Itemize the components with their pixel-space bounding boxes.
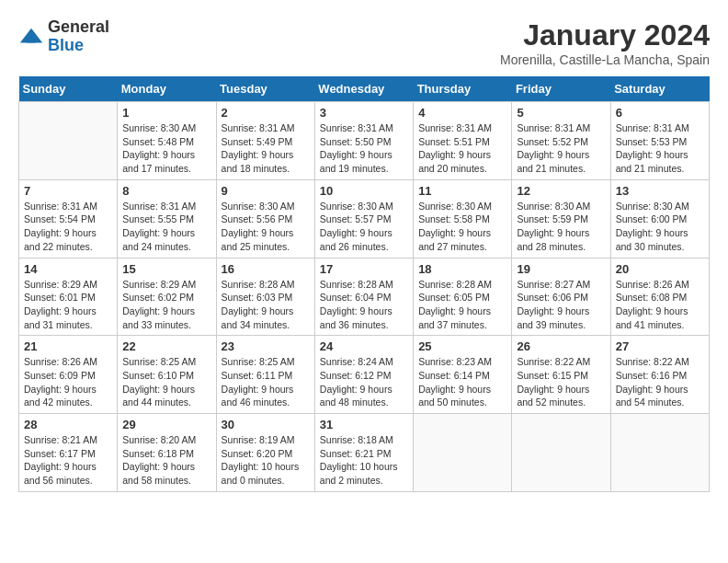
day-number: 30 — [222, 418, 310, 431]
day-number: 16 — [222, 262, 310, 276]
subtitle: Morenilla, Castille-La Mancha, Spain — [500, 52, 710, 67]
week-row-3: 21Sunrise: 8:26 AMSunset: 6:09 PMDayligh… — [19, 336, 710, 414]
day-info: Sunrise: 8:31 AMSunset: 5:52 PMDaylight:… — [517, 121, 605, 176]
day-number: 10 — [320, 184, 408, 198]
day-cell — [512, 414, 610, 492]
day-number: 14 — [24, 262, 112, 276]
page-header: General Blue January 2024 Morenilla, Cas… — [18, 18, 710, 67]
day-cell: 9Sunrise: 8:30 AMSunset: 5:56 PMDaylight… — [216, 179, 314, 258]
day-cell — [19, 102, 118, 180]
day-info: Sunrise: 8:30 AMSunset: 5:56 PMDaylight:… — [222, 200, 310, 254]
day-cell: 25Sunrise: 8:23 AMSunset: 6:14 PMDayligh… — [414, 336, 512, 414]
day-cell: 7Sunrise: 8:31 AMSunset: 5:54 PMDaylight… — [19, 179, 118, 258]
day-number: 29 — [122, 418, 210, 431]
day-number: 31 — [320, 418, 408, 431]
day-number: 26 — [517, 339, 605, 353]
day-cell: 27Sunrise: 8:22 AMSunset: 6:16 PMDayligh… — [610, 336, 709, 414]
day-cell: 31Sunrise: 8:18 AMSunset: 6:21 PMDayligh… — [314, 414, 413, 492]
day-number: 13 — [616, 184, 704, 198]
day-cell — [610, 414, 709, 492]
day-info: Sunrise: 8:28 AMSunset: 6:03 PMDaylight:… — [222, 278, 310, 332]
day-cell: 24Sunrise: 8:24 AMSunset: 6:12 PMDayligh… — [314, 336, 413, 414]
day-info: Sunrise: 8:25 AMSunset: 6:10 PMDaylight:… — [122, 355, 210, 409]
day-cell: 12Sunrise: 8:30 AMSunset: 5:59 PMDayligh… — [512, 179, 610, 258]
week-row-4: 28Sunrise: 8:21 AMSunset: 6:17 PMDayligh… — [19, 414, 710, 492]
week-row-0: 1Sunrise: 8:30 AMSunset: 5:48 PMDaylight… — [19, 102, 710, 180]
day-number: 8 — [122, 184, 210, 198]
day-cell: 20Sunrise: 8:26 AMSunset: 6:08 PMDayligh… — [610, 258, 709, 336]
day-info: Sunrise: 8:20 AMSunset: 6:18 PMDaylight:… — [122, 433, 210, 488]
logo-blue: Blue — [48, 36, 84, 54]
day-cell: 21Sunrise: 8:26 AMSunset: 6:09 PMDayligh… — [19, 336, 118, 414]
header-cell-monday: Monday — [118, 76, 216, 102]
day-info: Sunrise: 8:29 AMSunset: 6:01 PMDaylight:… — [24, 278, 112, 332]
header-cell-thursday: Thursday — [414, 76, 512, 102]
day-number: 19 — [517, 262, 605, 276]
calendar-table: SundayMondayTuesdayWednesdayThursdayFrid… — [18, 76, 710, 492]
day-cell — [414, 414, 512, 492]
week-row-2: 14Sunrise: 8:29 AMSunset: 6:01 PMDayligh… — [19, 258, 710, 336]
logo-general: General — [48, 17, 109, 36]
day-info: Sunrise: 8:19 AMSunset: 6:20 PMDaylight:… — [222, 433, 310, 488]
day-info: Sunrise: 8:26 AMSunset: 6:08 PMDaylight:… — [616, 278, 704, 332]
day-info: Sunrise: 8:30 AMSunset: 6:00 PMDaylight:… — [616, 200, 704, 254]
day-info: Sunrise: 8:31 AMSunset: 5:53 PMDaylight:… — [616, 121, 704, 176]
day-number: 24 — [320, 339, 408, 353]
day-cell: 11Sunrise: 8:30 AMSunset: 5:58 PMDayligh… — [414, 179, 512, 258]
day-cell: 14Sunrise: 8:29 AMSunset: 6:01 PMDayligh… — [19, 258, 118, 336]
day-number: 12 — [517, 184, 605, 198]
day-number: 23 — [222, 339, 310, 353]
day-info: Sunrise: 8:28 AMSunset: 6:04 PMDaylight:… — [320, 278, 408, 332]
header-cell-friday: Friday — [512, 76, 610, 102]
day-number: 25 — [418, 339, 506, 353]
day-info: Sunrise: 8:26 AMSunset: 6:09 PMDaylight:… — [24, 355, 112, 409]
day-cell: 2Sunrise: 8:31 AMSunset: 5:49 PMDaylight… — [216, 102, 314, 180]
day-cell: 10Sunrise: 8:30 AMSunset: 5:57 PMDayligh… — [314, 179, 413, 258]
day-info: Sunrise: 8:31 AMSunset: 5:50 PMDaylight:… — [320, 121, 408, 176]
svg-rect-1 — [27, 38, 35, 43]
day-number: 4 — [418, 106, 506, 120]
day-number: 20 — [616, 262, 704, 276]
day-number: 9 — [222, 184, 310, 198]
day-number: 11 — [418, 184, 506, 198]
day-info: Sunrise: 8:31 AMSunset: 5:55 PMDaylight:… — [122, 200, 210, 254]
day-cell: 17Sunrise: 8:28 AMSunset: 6:04 PMDayligh… — [314, 258, 413, 336]
day-cell: 8Sunrise: 8:31 AMSunset: 5:55 PMDaylight… — [118, 179, 216, 258]
logo-text: General Blue — [48, 18, 109, 55]
day-cell: 13Sunrise: 8:30 AMSunset: 6:00 PMDayligh… — [610, 179, 709, 258]
day-cell: 30Sunrise: 8:19 AMSunset: 6:20 PMDayligh… — [216, 414, 314, 492]
day-number: 22 — [122, 339, 210, 353]
logo: General Blue — [18, 18, 109, 55]
day-cell: 5Sunrise: 8:31 AMSunset: 5:52 PMDaylight… — [512, 102, 610, 180]
day-number: 17 — [320, 262, 408, 276]
day-info: Sunrise: 8:27 AMSunset: 6:06 PMDaylight:… — [517, 278, 605, 332]
day-cell: 1Sunrise: 8:30 AMSunset: 5:48 PMDaylight… — [118, 102, 216, 180]
header-cell-saturday: Saturday — [610, 76, 709, 102]
header-cell-sunday: Sunday — [19, 76, 118, 102]
title-section: January 2024 Morenilla, Castille-La Manc… — [500, 18, 710, 67]
day-number: 15 — [122, 262, 210, 276]
day-info: Sunrise: 8:25 AMSunset: 6:11 PMDaylight:… — [222, 355, 310, 409]
day-cell: 26Sunrise: 8:22 AMSunset: 6:15 PMDayligh… — [512, 336, 610, 414]
day-number: 18 — [418, 262, 506, 276]
logo-icon — [18, 24, 44, 50]
calendar-header: SundayMondayTuesdayWednesdayThursdayFrid… — [19, 76, 710, 102]
day-number: 5 — [517, 106, 605, 120]
day-info: Sunrise: 8:21 AMSunset: 6:17 PMDaylight:… — [24, 433, 112, 488]
day-cell: 4Sunrise: 8:31 AMSunset: 5:51 PMDaylight… — [414, 102, 512, 180]
day-cell: 3Sunrise: 8:31 AMSunset: 5:50 PMDaylight… — [314, 102, 413, 180]
main-title: January 2024 — [500, 18, 710, 52]
day-number: 21 — [24, 339, 112, 353]
day-cell: 29Sunrise: 8:20 AMSunset: 6:18 PMDayligh… — [118, 414, 216, 492]
day-number: 27 — [616, 339, 704, 353]
day-info: Sunrise: 8:30 AMSunset: 5:58 PMDaylight:… — [418, 200, 506, 254]
day-cell: 18Sunrise: 8:28 AMSunset: 6:05 PMDayligh… — [414, 258, 512, 336]
calendar-body: 1Sunrise: 8:30 AMSunset: 5:48 PMDaylight… — [19, 102, 710, 492]
header-row: SundayMondayTuesdayWednesdayThursdayFrid… — [19, 76, 710, 102]
day-info: Sunrise: 8:29 AMSunset: 6:02 PMDaylight:… — [122, 278, 210, 332]
day-number: 2 — [222, 106, 310, 120]
day-cell: 28Sunrise: 8:21 AMSunset: 6:17 PMDayligh… — [19, 414, 118, 492]
day-cell: 15Sunrise: 8:29 AMSunset: 6:02 PMDayligh… — [118, 258, 216, 336]
day-number: 7 — [24, 184, 112, 198]
day-info: Sunrise: 8:31 AMSunset: 5:51 PMDaylight:… — [418, 121, 506, 176]
